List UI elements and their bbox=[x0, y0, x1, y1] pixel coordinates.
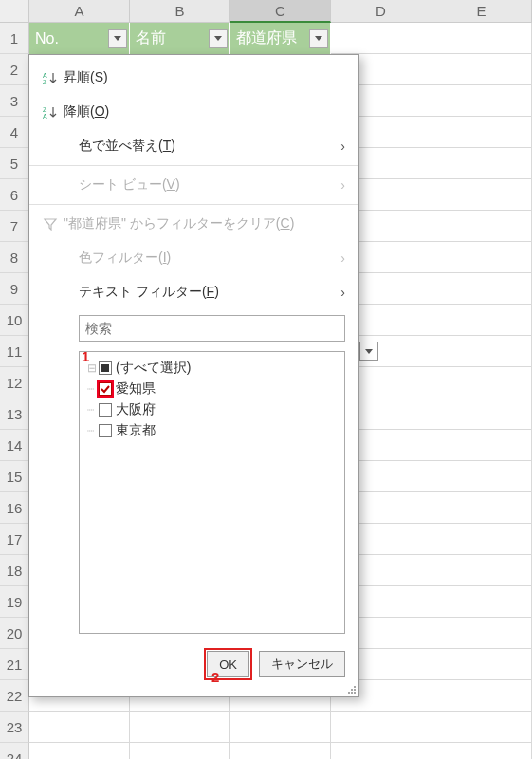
cell[interactable] bbox=[230, 712, 331, 743]
checkbox-tristate-icon bbox=[99, 361, 112, 375]
tokyo-label: 東京都 bbox=[116, 422, 156, 439]
row-header[interactable]: 23 bbox=[0, 712, 29, 743]
checkbox-empty-icon bbox=[99, 403, 112, 417]
cell[interactable] bbox=[431, 85, 532, 117]
svg-point-6 bbox=[354, 689, 356, 691]
row-header[interactable]: 17 bbox=[0, 524, 29, 555]
cell[interactable] bbox=[431, 618, 532, 649]
cell[interactable] bbox=[431, 398, 532, 430]
row-header[interactable]: 22 bbox=[0, 680, 29, 712]
row-header[interactable]: 6 bbox=[0, 179, 29, 211]
cell-dropdown-indicator[interactable] bbox=[359, 342, 378, 361]
check-tokyo[interactable]: ┈ 東京都 bbox=[87, 420, 337, 441]
row-header[interactable]: 11 bbox=[0, 336, 29, 367]
check-select-all[interactable]: ⊟ (すべて選択) bbox=[87, 358, 337, 379]
cell[interactable] bbox=[431, 273, 532, 305]
sort-asc-icon: AZ bbox=[43, 70, 64, 85]
row-header[interactable]: 2 bbox=[0, 54, 29, 85]
check-osaka[interactable]: ┈ 大阪府 bbox=[87, 399, 337, 420]
sort-descending[interactable]: ZA 降順(O) bbox=[29, 95, 358, 129]
row-header[interactable]: 3 bbox=[0, 85, 29, 117]
cell[interactable] bbox=[431, 649, 532, 680]
col-header-c[interactable]: C bbox=[230, 0, 331, 23]
sort-ascending[interactable]: AZ 昇順(S) bbox=[29, 61, 358, 95]
checkbox-empty-icon bbox=[99, 424, 112, 437]
filter-dropdown-pref[interactable] bbox=[309, 29, 328, 48]
resize-handle-icon[interactable] bbox=[345, 683, 357, 694]
row-header[interactable]: 16 bbox=[0, 492, 29, 524]
cell[interactable] bbox=[431, 743, 532, 759]
row-header[interactable]: 9 bbox=[0, 273, 29, 305]
filter-dropdown-no[interactable] bbox=[108, 29, 127, 48]
cell[interactable] bbox=[431, 430, 532, 461]
col-header-a[interactable]: A bbox=[29, 0, 130, 23]
text-filter[interactable]: テキスト フィルター(F) › bbox=[29, 275, 358, 309]
filter-dropdown-name[interactable] bbox=[209, 29, 228, 48]
row-header[interactable]: 21 bbox=[0, 649, 29, 680]
row-header[interactable]: 5 bbox=[0, 148, 29, 179]
row-header[interactable]: 19 bbox=[0, 586, 29, 618]
row-header[interactable]: 24 bbox=[0, 743, 29, 759]
cell[interactable] bbox=[431, 680, 532, 712]
table-header-row: No. 名前 都道府県 bbox=[29, 23, 331, 54]
cell[interactable] bbox=[431, 179, 532, 211]
row-header[interactable]: 15 bbox=[0, 461, 29, 492]
cell[interactable] bbox=[130, 712, 230, 743]
cell[interactable] bbox=[431, 336, 532, 367]
row-header[interactable]: 8 bbox=[0, 242, 29, 273]
search-input[interactable] bbox=[79, 315, 345, 342]
cell[interactable] bbox=[431, 211, 532, 242]
row-header[interactable]: 13 bbox=[0, 398, 29, 430]
row-header[interactable]: 18 bbox=[0, 555, 29, 586]
row-header[interactable]: 1 bbox=[0, 23, 29, 54]
row-header[interactable]: 12 bbox=[0, 367, 29, 398]
clear-filter-label: "都道府県" からフィルターをクリア(C) bbox=[64, 215, 345, 232]
header-no-label: No. bbox=[35, 30, 59, 47]
svg-point-4 bbox=[354, 686, 356, 688]
cell[interactable] bbox=[431, 117, 532, 148]
ok-button[interactable]: OK bbox=[207, 651, 249, 677]
row-header[interactable]: 14 bbox=[0, 430, 29, 461]
cell[interactable] bbox=[431, 148, 532, 179]
funnel-clear-icon bbox=[43, 216, 64, 231]
cell[interactable] bbox=[431, 555, 532, 586]
cell[interactable] bbox=[431, 54, 532, 85]
cell[interactable] bbox=[431, 367, 532, 398]
cell[interactable] bbox=[431, 461, 532, 492]
cell[interactable] bbox=[29, 712, 130, 743]
cell[interactable] bbox=[431, 23, 532, 54]
check-aichi[interactable]: ┈ 愛知県 bbox=[87, 379, 337, 399]
sheet-view-label: シート ビュー(V) bbox=[79, 176, 332, 194]
cell[interactable] bbox=[130, 743, 230, 759]
select-all-corner[interactable] bbox=[0, 0, 29, 23]
cell[interactable] bbox=[431, 524, 532, 555]
cell[interactable] bbox=[29, 743, 130, 759]
row-header[interactable]: 7 bbox=[0, 211, 29, 242]
row-header[interactable]: 4 bbox=[0, 117, 29, 148]
cell[interactable] bbox=[230, 743, 331, 759]
cell[interactable] bbox=[431, 492, 532, 524]
svg-text:Z: Z bbox=[43, 106, 47, 113]
cell[interactable] bbox=[431, 586, 532, 618]
row-header[interactable]: 20 bbox=[0, 618, 29, 649]
col-header-e[interactable]: E bbox=[431, 0, 532, 23]
col-header-b[interactable]: B bbox=[130, 0, 230, 23]
cell[interactable] bbox=[431, 305, 532, 336]
sort-by-color[interactable]: 色で並べ替え(T) › bbox=[29, 129, 358, 163]
cell[interactable] bbox=[331, 743, 431, 759]
cell[interactable] bbox=[431, 242, 532, 273]
select-all-label: (すべて選択) bbox=[116, 360, 191, 377]
cell[interactable] bbox=[331, 23, 431, 54]
row-header[interactable]: 10 bbox=[0, 305, 29, 336]
svg-text:A: A bbox=[43, 72, 47, 79]
cancel-button[interactable]: キャンセル bbox=[259, 651, 345, 677]
col-header-d[interactable]: D bbox=[331, 0, 431, 23]
cell[interactable] bbox=[331, 712, 431, 743]
checkbox-checked-icon bbox=[99, 382, 112, 396]
cell[interactable] bbox=[431, 712, 532, 743]
header-pref-label: 都道府県 bbox=[236, 28, 297, 48]
clear-filter: "都道府県" からフィルターをクリア(C) bbox=[29, 207, 358, 241]
color-filter-label: 色フィルター(I) bbox=[79, 250, 332, 267]
sort-desc-icon: ZA bbox=[43, 104, 64, 120]
sort-asc-label: 昇順(S) bbox=[64, 69, 345, 86]
